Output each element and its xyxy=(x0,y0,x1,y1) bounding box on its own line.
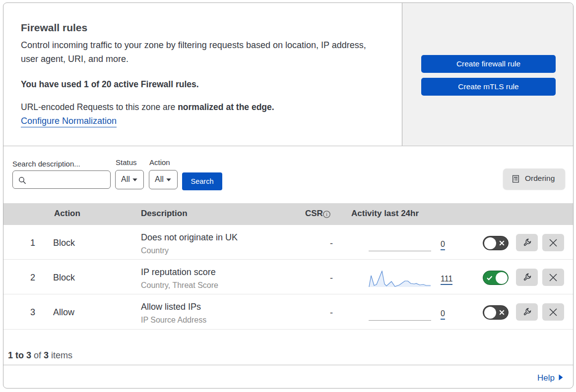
svg-text:i: i xyxy=(326,211,327,217)
